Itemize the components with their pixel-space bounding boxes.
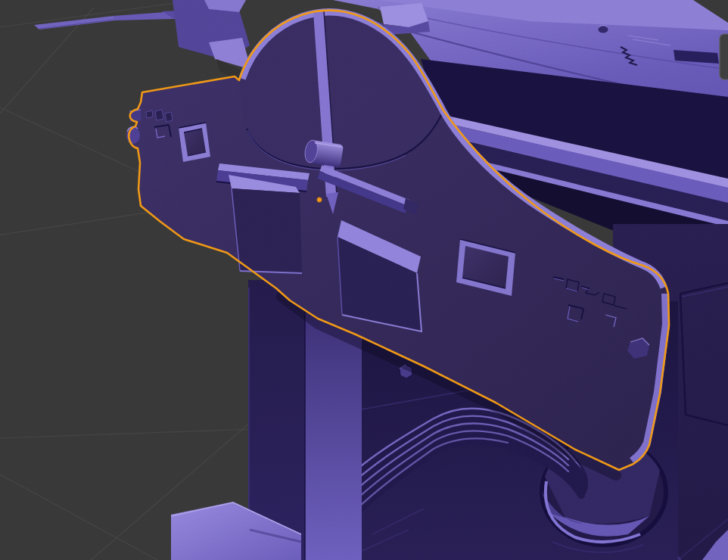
viewport-canvas[interactable]: control-panel-plate: [0, 0, 728, 560]
viewport-overlay-sliver[interactable]: [720, 34, 728, 79]
viewport-3d-scene[interactable]: control-panel-plate: [0, 0, 728, 560]
render-grain: [0, 0, 728, 560]
